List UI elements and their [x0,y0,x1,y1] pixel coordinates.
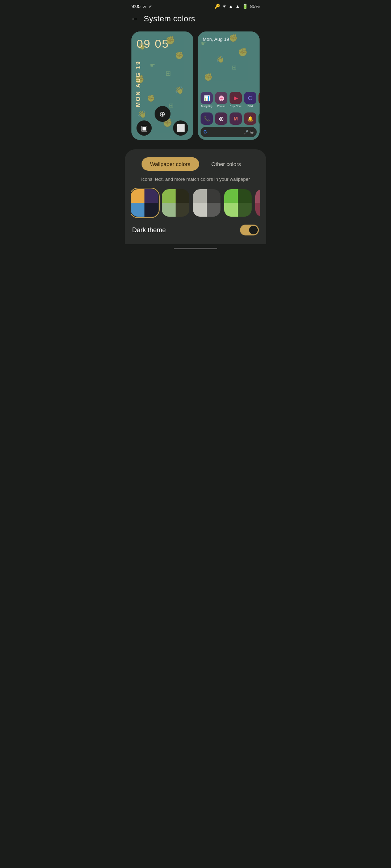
pattern-hand-3: 👋 [138,110,147,118]
ring-icon: 🔔 [247,116,253,122]
mic-icon: 🎤 [244,130,249,135]
app-playstore: ▶ Play Store [230,92,242,107]
home-app-row-2: 📞 ◎ M 🔔 ♫ [201,112,257,125]
status-left: 9:05 ∞ ✓ [131,4,152,9]
tab-other-colors[interactable]: Other colors [203,157,250,171]
pattern-point-1: ☛ [150,62,155,69]
toggle-knob [249,226,258,234]
camera-shortcut: ⬜ [173,120,188,136]
signal-icon: ▲ [235,4,240,9]
color-swatch-4[interactable] [224,189,252,217]
home-date: Mon, Aug 19 [203,37,229,42]
check-icon: ✓ [148,4,152,9]
google-g-icon: G [203,129,207,135]
color-description: Icons, text, and more match colors in yo… [132,176,259,182]
dark-theme-label: Dark theme [132,226,166,234]
swatch-1-q3 [131,203,144,217]
color-swatch-3[interactable] [193,189,220,217]
status-right: 🔑 ✶ ▲ ▲ 🔋 85% [214,4,260,9]
color-swatch-1[interactable] [131,189,158,217]
fingerprint-fab: ⊕ [155,106,171,122]
swatch-3-q1 [193,189,207,203]
swatch-2-q2 [176,189,189,203]
color-swatch-2[interactable] [162,189,189,217]
battery-icon: 🔋 [242,4,248,9]
playstore-icon: ▶ [234,95,238,101]
previews-section: ✊ 👋 ✊ ☛ ⊞ ✊ 👋 ✊ ⊞ 👋 ✊ ⊞ 09 05 MON AUG 19… [125,28,266,146]
back-button[interactable]: ← [131,14,139,24]
budget-icon: 📊 [204,95,210,101]
swatch-5-q3 [255,203,260,217]
wallet-icon: ▣ [141,124,148,132]
h-pattern-6: ✊ [204,73,213,81]
swatch-1-q1 [131,189,144,203]
bluetooth-icon: ✶ [222,4,226,9]
app-youtube: ▶ YouTube [258,92,260,107]
swatch-2-q1 [162,189,176,203]
browser-icon: ◎ [219,116,223,122]
home-search-bar[interactable]: G 🎤 ◎ [201,127,257,137]
swatch-5-q1 [255,189,260,203]
camera-icon: ⬜ [176,124,185,132]
swatch-4-q4 [238,203,252,217]
h-pattern-5: ⊞ [232,64,236,71]
phone-icon: 📞 [204,116,210,122]
lock-date: MON AUG 19 [135,60,142,107]
pattern-grid-1: ⊞ [165,69,171,77]
app-browser: ◎ [215,112,227,125]
swatch-2-q4 [176,203,189,217]
pattern-hand-2: 👋 [175,86,184,94]
nav-bar [125,244,266,251]
color-swatch-5[interactable] [255,189,260,217]
top-bar: ← System colors [125,11,266,28]
voicemail-icon: ∞ [143,4,146,9]
home-screen-preview: ✊ ☛ ✊ 👋 ⊞ ✊ Mon, Aug 19 📊 Budgeting 🌸 Ph… [198,31,260,140]
tab-row: Wallpaper colors Other colors [132,157,259,171]
status-time: 9:05 [131,4,140,9]
color-swatches-row [131,188,260,218]
swatch-4-q3 [224,203,238,217]
swatch-1-q2 [144,189,158,203]
search-right-icons: 🎤 ◎ [244,130,254,135]
dark-theme-row: Dark theme [132,218,259,238]
swatch-4-q1 [224,189,238,203]
app-budgeting-label: Budgeting [201,105,213,107]
app-fitbit-label: Fitbit [247,105,253,107]
nav-pill [174,248,217,249]
lock-bottom-shortcuts: ▣ ⬜ [131,120,193,136]
home-app-row-1: 📊 Budgeting 🌸 Photos ▶ Play Store ⬡ [201,92,257,107]
lock-screen-preview: ✊ 👋 ✊ ☛ ⊞ ✊ 👋 ✊ ⊞ 👋 ✊ ⊞ 09 05 MON AUG 19… [131,31,193,140]
page-title: System colors [144,14,195,24]
swatch-1-q4 [144,203,158,217]
app-gmail: M [230,112,242,125]
app-ring: 🔔 [244,112,256,125]
app-spotify: ♫ [258,112,260,125]
dark-theme-toggle[interactable] [240,225,259,235]
app-photos-label: Photos [217,105,225,107]
key-icon: 🔑 [214,4,220,9]
h-pattern-1: ✊ [229,34,238,42]
app-budgeting: 📊 Budgeting [201,92,213,107]
photos-icon: 🌸 [218,95,224,101]
wifi-icon: ▲ [228,4,233,9]
fitbit-icon: ⬡ [248,95,252,101]
h-pattern-4: 👋 [216,55,224,63]
pattern-fist-4: ✊ [147,94,155,102]
swatch-3-q2 [207,189,220,203]
battery-percent: 85% [250,4,260,9]
status-bar: 9:05 ∞ ✓ 🔑 ✶ ▲ ▲ 🔋 85% [125,0,266,11]
app-playstore-label: Play Store [230,105,241,107]
app-phone: 📞 [201,112,213,125]
wallet-shortcut: ▣ [136,120,152,136]
tab-wallpaper-colors[interactable]: Wallpaper colors [142,157,199,171]
pattern-fist-2: ✊ [175,51,184,60]
h-pattern-3: ✊ [238,48,248,57]
gmail-icon: M [234,116,238,122]
fingerprint-icon: ⊕ [159,110,165,118]
app-photos: 🌸 Photos [215,92,227,107]
lock-time: 09 05 [136,37,169,51]
lens-icon: ◎ [250,130,254,135]
swatch-3-q4 [207,203,220,217]
bottom-panel: Wallpaper colors Other colors Icons, tex… [125,149,266,244]
swatch-3-q3 [193,203,207,217]
